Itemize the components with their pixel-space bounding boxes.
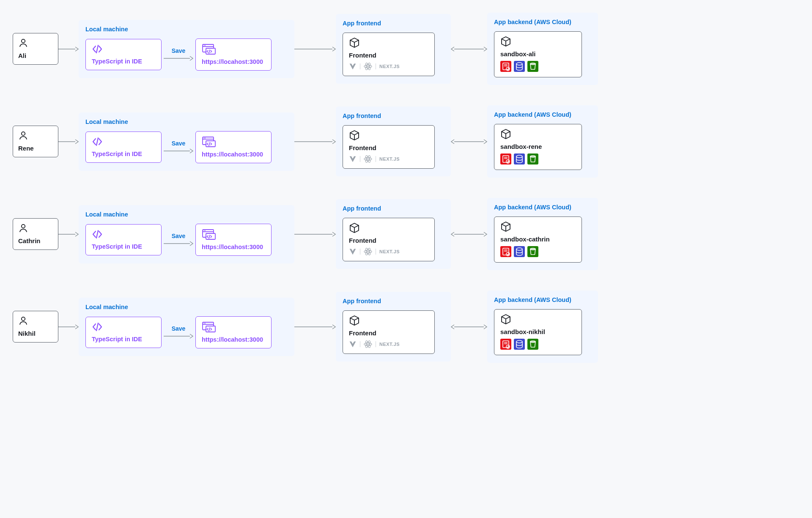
cube-icon — [500, 314, 511, 325]
frontend-node: Frontend NEXT.JS — [343, 125, 435, 169]
vue-icon — [349, 340, 357, 348]
local-machine-group: Local machine TypeScript in IDE Save htt… — [79, 112, 294, 171]
user-node: Nikhil — [13, 311, 58, 343]
ide-node: TypeScript in IDE — [85, 39, 162, 70]
sandbox-name: sandbox-cathrin — [500, 236, 576, 243]
localhost-url: https://locahost:3000 — [202, 151, 265, 158]
s3-service-icon — [527, 61, 538, 72]
save-label: Save — [172, 233, 186, 239]
s3-service-icon — [527, 339, 538, 350]
ide-node: TypeScript in IDE — [85, 224, 162, 255]
group-title: Local machine — [85, 304, 288, 310]
frontend-node: Frontend NEXT.JS — [343, 310, 435, 354]
ide-label: TypeScript in IDE — [92, 151, 155, 157]
user-node: Ali — [13, 33, 58, 65]
group-title: App frontend — [343, 112, 444, 119]
dynamodb-service-icon — [514, 246, 525, 257]
frontend-node: Frontend NEXT.JS — [343, 33, 435, 76]
group-title: App frontend — [343, 20, 444, 27]
save-arrow: Save — [162, 325, 195, 340]
group-title: Local machine — [85, 26, 288, 33]
save-arrow: Save — [162, 47, 195, 62]
save-arrow: Save — [162, 140, 195, 154]
app-backend-group: App backend (AWS Cloud) sandbox-rene — [487, 105, 598, 178]
service-icons — [500, 61, 576, 72]
service-icons — [500, 339, 576, 350]
dynamodb-service-icon — [514, 61, 525, 72]
localhost-url: https://locahost:3000 — [202, 336, 265, 343]
user-name: Ali — [18, 52, 53, 59]
local-machine-group: Local machine TypeScript in IDE Save htt… — [79, 205, 294, 263]
dynamodb-service-icon — [514, 153, 525, 164]
ide-label: TypeScript in IDE — [92, 243, 155, 250]
ide-label: TypeScript in IDE — [92, 58, 155, 65]
code-icon — [92, 44, 103, 55]
app-frontend-group: App frontend Frontend NEXT.JS — [336, 292, 451, 362]
save-label: Save — [172, 325, 186, 332]
diagram-row: Rene Local machine TypeScript in IDE Sav… — [13, 105, 799, 178]
sandbox-name: sandbox-ali — [500, 50, 576, 58]
amplify-service-icon — [500, 339, 511, 350]
user-name: Rene — [18, 145, 53, 152]
save-label: Save — [172, 47, 186, 54]
local-machine-group: Local machine TypeScript in IDE Save htt… — [79, 298, 294, 356]
sandbox-name: sandbox-rene — [500, 143, 576, 150]
cube-icon — [500, 36, 511, 47]
cube-icon — [349, 222, 360, 233]
code-icon — [92, 229, 103, 240]
person-icon — [18, 315, 28, 326]
app-backend-group: App backend (AWS Cloud) sandbox-ali — [487, 13, 598, 85]
group-title: App frontend — [343, 205, 444, 212]
cube-icon — [349, 315, 360, 326]
localhost-url: https://locahost:3000 — [202, 244, 265, 250]
diagram-row: Nikhil Local machine TypeScript in IDE S… — [13, 291, 799, 363]
cube-icon — [500, 221, 511, 232]
amplify-service-icon — [500, 246, 511, 257]
sandbox-name: sandbox-nikhil — [500, 328, 576, 335]
browser-code-icon — [202, 43, 216, 55]
sandbox-node: sandbox-cathrin — [494, 217, 582, 263]
framework-icons: NEXT.JS — [349, 155, 428, 163]
group-title: Local machine — [85, 211, 288, 218]
vue-icon — [349, 248, 357, 255]
frontend-node: Frontend NEXT.JS — [343, 218, 435, 261]
browser-code-icon — [202, 228, 216, 240]
vue-icon — [349, 63, 357, 70]
app-backend-group: App backend (AWS Cloud) sandbox-nikhil — [487, 291, 598, 363]
person-icon — [18, 130, 28, 140]
s3-service-icon — [527, 153, 538, 164]
app-frontend-group: App frontend Frontend NEXT.JS — [336, 199, 451, 269]
framework-icons: NEXT.JS — [349, 340, 428, 348]
react-icon — [364, 155, 372, 163]
diagram-row: Cathrin Local machine TypeScript in IDE … — [13, 198, 799, 270]
frontend-label: Frontend — [349, 144, 428, 151]
s3-service-icon — [527, 246, 538, 257]
code-icon — [92, 321, 103, 332]
save-label: Save — [172, 140, 186, 147]
localhost-url: https://locahost:3000 — [202, 58, 265, 65]
framework-icons: NEXT.JS — [349, 247, 428, 256]
nextjs-label: NEXT.JS — [379, 64, 400, 69]
person-icon — [18, 38, 28, 48]
dynamodb-service-icon — [514, 339, 525, 350]
localhost-node: https://locahost:3000 — [195, 224, 272, 256]
user-node: Rene — [13, 126, 58, 157]
app-frontend-group: App frontend Frontend NEXT.JS — [336, 14, 451, 84]
code-icon — [92, 136, 103, 147]
frontend-label: Frontend — [349, 52, 428, 59]
cube-icon — [349, 130, 360, 141]
framework-icons: NEXT.JS — [349, 62, 428, 71]
sandbox-node: sandbox-rene — [494, 124, 582, 170]
group-title: App backend (AWS Cloud) — [494, 296, 591, 303]
localhost-node: https://locahost:3000 — [195, 316, 272, 348]
group-title: Local machine — [85, 118, 288, 125]
person-icon — [18, 223, 28, 233]
user-name: Cathrin — [18, 237, 53, 244]
amplify-service-icon — [500, 61, 511, 72]
user-name: Nikhil — [18, 330, 53, 337]
local-machine-group: Local machine TypeScript in IDE Save htt… — [79, 20, 294, 78]
nextjs-label: NEXT.JS — [379, 249, 400, 254]
sandbox-node: sandbox-ali — [494, 31, 582, 77]
app-backend-group: App backend (AWS Cloud) sandbox-cathrin — [487, 198, 598, 270]
app-frontend-group: App frontend Frontend NEXT.JS — [336, 107, 451, 176]
